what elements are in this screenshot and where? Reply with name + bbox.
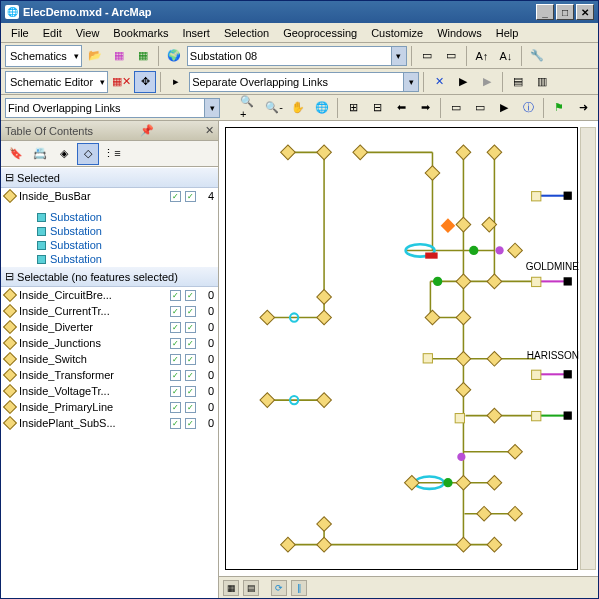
menu-customize[interactable]: Customize [365, 25, 429, 41]
schematics-dropdown[interactable]: Schematics [5, 45, 82, 67]
pan-icon[interactable]: ✋ [287, 97, 309, 119]
layout-view-icon[interactable]: ▤ [243, 580, 259, 596]
layer-row[interactable]: Inside_VoltageTr...✓✓0 [1, 383, 218, 399]
select-elements-icon[interactable]: ▶ [493, 97, 515, 119]
menu-view[interactable]: View [70, 25, 106, 41]
clear-selection-icon[interactable]: ▭ [469, 97, 491, 119]
toc-selected-section[interactable]: ⊟ Selected [1, 167, 218, 188]
zoom-in-icon[interactable]: 🔍+ [239, 97, 261, 119]
visibility-checkbox[interactable]: ✓ [170, 370, 181, 381]
move-schematic-icon[interactable]: ✥ [134, 71, 156, 93]
selectable-checkbox[interactable]: ✓ [185, 418, 196, 429]
alt-pointer-icon[interactable]: ▶ [476, 71, 498, 93]
visibility-checkbox[interactable]: ✓ [170, 290, 181, 301]
schematic-canvas[interactable]: GOLDMINE HARISSON [225, 127, 578, 570]
list-by-drawing-icon[interactable]: 🔖 [5, 143, 27, 165]
list-by-selection-icon[interactable]: ◇ [77, 143, 99, 165]
visibility-checkbox[interactable]: ✓ [170, 386, 181, 397]
list-by-visibility-icon[interactable]: ◈ [53, 143, 75, 165]
menu-selection[interactable]: Selection [218, 25, 275, 41]
maximize-button[interactable]: □ [556, 4, 574, 20]
layer-select-icon[interactable]: ▭ [440, 45, 462, 67]
layer-row[interactable]: Inside_PrimaryLine✓✓0 [1, 399, 218, 415]
substation-value: Substation 08 [190, 50, 257, 62]
find-combo[interactable]: Find Overlapping Links [5, 98, 220, 118]
font-larger-icon[interactable]: A↑ [471, 45, 493, 67]
data-view-icon[interactable]: ▦ [223, 580, 239, 596]
layer-inside-busbar[interactable]: Inside_BusBar ✓ ✓ 4 [1, 188, 218, 204]
zoom-out-icon[interactable]: 🔍- [263, 97, 285, 119]
selectable-checkbox[interactable]: ✓ [185, 370, 196, 381]
selectable-checkbox[interactable]: ✓ [185, 386, 196, 397]
substation-item[interactable]: Substation [1, 210, 218, 224]
pointer-icon[interactable]: ▶ [452, 71, 474, 93]
visibility-checkbox[interactable]: ✓ [170, 191, 181, 202]
menu-windows[interactable]: Windows [431, 25, 488, 41]
layer-row[interactable]: Inside_Diverter✓✓0 [1, 319, 218, 335]
selectable-checkbox[interactable]: ✓ [185, 191, 196, 202]
globe-icon[interactable]: 🌍 [163, 45, 185, 67]
visibility-checkbox[interactable]: ✓ [170, 306, 181, 317]
list-by-source-icon[interactable]: 📇 [29, 143, 51, 165]
open-icon[interactable]: 📂 [84, 45, 106, 67]
go-to-xy-icon[interactable]: ➜ [572, 97, 594, 119]
refresh-icon[interactable]: ▦ [132, 45, 154, 67]
selectable-checkbox[interactable]: ✓ [185, 290, 196, 301]
layer-row[interactable]: Inside_Switch✓✓0 [1, 351, 218, 367]
link-select-icon[interactable]: ✕ [428, 71, 450, 93]
menu-help[interactable]: Help [490, 25, 525, 41]
delete-schematic-icon[interactable]: ▦✕ [110, 71, 132, 93]
menu-file[interactable]: File [5, 25, 35, 41]
menu-edit[interactable]: Edit [37, 25, 68, 41]
visibility-checkbox[interactable]: ✓ [170, 338, 181, 349]
toc-close-icon[interactable]: ✕ [205, 124, 214, 137]
visibility-checkbox[interactable]: ✓ [170, 402, 181, 413]
selectable-checkbox[interactable]: ✓ [185, 402, 196, 413]
selectable-checkbox[interactable]: ✓ [185, 354, 196, 365]
schematic-editor-dropdown[interactable]: Schematic Editor [5, 71, 108, 93]
find-route-icon[interactable]: ⚑ [548, 97, 570, 119]
menu-bookmarks[interactable]: Bookmarks [107, 25, 174, 41]
full-extent-icon[interactable]: 🌐 [311, 97, 333, 119]
toc-selectable-section[interactable]: ⊟ Selectable (no features selected) [1, 266, 218, 287]
layout-task-combo[interactable]: Separate Overlapping Links [189, 72, 419, 92]
toc-pin-icon[interactable]: 📌 [140, 124, 154, 137]
identify-icon[interactable]: ⓘ [517, 97, 539, 119]
toc-options-icon[interactable]: ⋮≡ [101, 143, 123, 165]
next-extent-icon[interactable]: ➡ [414, 97, 436, 119]
layer-row[interactable]: Inside_CircuitBre...✓✓0 [1, 287, 218, 303]
minimize-button[interactable]: _ [536, 4, 554, 20]
prev-extent-icon[interactable]: ⬅ [390, 97, 412, 119]
tools-icon[interactable]: 🔧 [526, 45, 548, 67]
close-button[interactable]: ✕ [576, 4, 594, 20]
grid-top-icon[interactable]: ▤ [507, 71, 529, 93]
refresh-view-icon[interactable]: ⟳ [271, 580, 287, 596]
substation-item[interactable]: Substation [1, 252, 218, 266]
substation-item[interactable]: Substation [1, 238, 218, 252]
pause-drawing-icon[interactable]: ‖ [291, 580, 307, 596]
fixed-zoom-out-icon[interactable]: ⊟ [366, 97, 388, 119]
selectable-checkbox[interactable]: ✓ [185, 338, 196, 349]
font-smaller-icon[interactable]: A↓ [495, 45, 517, 67]
select-features-icon[interactable]: ▭ [445, 97, 467, 119]
vertical-scrollbar[interactable] [580, 127, 596, 570]
visibility-checkbox[interactable]: ✓ [170, 354, 181, 365]
substation-item[interactable]: Substation [1, 224, 218, 238]
layer-row[interactable]: Inside_Transformer✓✓0 [1, 367, 218, 383]
layer-row[interactable]: Inside_CurrentTr...✓✓0 [1, 303, 218, 319]
selectable-checkbox[interactable]: ✓ [185, 322, 196, 333]
layer-toggle-icon[interactable]: ▭ [416, 45, 438, 67]
map-frame-icon[interactable]: ▦ [108, 45, 130, 67]
fixed-zoom-in-icon[interactable]: ⊞ [342, 97, 364, 119]
visibility-checkbox[interactable]: ✓ [170, 322, 181, 333]
selectable-checkbox[interactable]: ✓ [185, 306, 196, 317]
run-layout-icon[interactable]: ▸ [165, 71, 187, 93]
grid-side-icon[interactable]: ▥ [531, 71, 553, 93]
layer-row[interactable]: Inside_Junctions✓✓0 [1, 335, 218, 351]
visibility-checkbox[interactable]: ✓ [170, 418, 181, 429]
substation-combo[interactable]: Substation 08 [187, 46, 407, 66]
menu-geoprocessing[interactable]: Geoprocessing [277, 25, 363, 41]
layer-row[interactable]: InsidePlant_SubS...✓✓0 [1, 415, 218, 431]
map-view[interactable]: GOLDMINE HARISSON ▦ ▤ ⟳ ‖ [219, 121, 598, 598]
menu-insert[interactable]: Insert [176, 25, 216, 41]
